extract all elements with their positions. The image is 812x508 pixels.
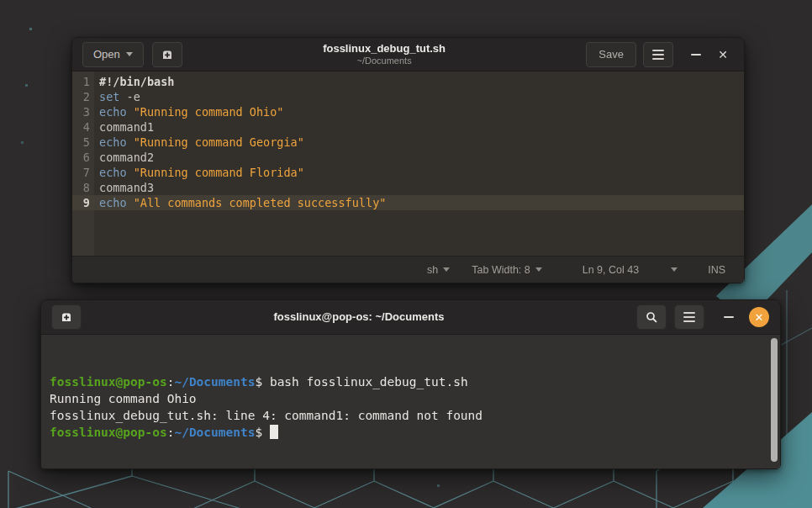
tab-new-icon	[60, 310, 73, 324]
scrollbar-thumb[interactable]	[771, 338, 778, 462]
code-line[interactable]: command3	[99, 180, 744, 195]
save-button[interactable]: Save	[586, 42, 636, 67]
close-circle: ✕	[749, 307, 769, 327]
code-line[interactable]: echo "All commands completed successfull…	[94, 195, 744, 210]
line-number: 8	[72, 180, 90, 195]
minimize-icon	[691, 54, 701, 56]
cursor-position-label: Ln 9, Col 43	[579, 264, 642, 276]
line-number: 2	[72, 89, 90, 104]
code-line[interactable]: command2	[99, 150, 744, 165]
terminal-headerbar: fosslinux@pop-os: ~/Documents ✕	[41, 300, 780, 335]
line-number: 6	[72, 150, 90, 165]
chevron-down-icon	[671, 267, 678, 272]
terminal-title: fosslinux@pop-os: ~/Documents	[82, 310, 636, 324]
search-icon	[645, 310, 658, 324]
terminal-lines: fosslinux@pop-os:~/Documents$ bash fossl…	[50, 373, 768, 441]
new-document-button[interactable]	[152, 42, 182, 67]
terminal-line: fosslinux_debug_tut.sh: line 4: command1…	[50, 407, 768, 424]
terminal-line: fosslinux@pop-os:~/Documents$ bash fossl…	[50, 373, 768, 390]
line-number: 4	[72, 119, 90, 135]
editor-title-area: fosslinux_debug_tut.sh ~/Documents	[182, 42, 587, 66]
terminal-cursor	[270, 425, 278, 439]
hamburger-menu-icon	[652, 50, 664, 60]
chevron-down-icon	[535, 267, 542, 272]
search-button[interactable]	[636, 304, 667, 330]
goto-line-dropdown[interactable]	[667, 267, 681, 272]
editor-window: Open fosslinux_debug_tut.sh ~/Documents …	[71, 37, 745, 283]
code-line[interactable]: set -e	[99, 89, 744, 104]
tab-width-button[interactable]: Tab Width: 8	[468, 264, 545, 276]
minimize-icon	[724, 316, 734, 318]
language-mode-button[interactable]: sh	[424, 264, 453, 276]
editor-menu-button[interactable]	[643, 42, 673, 67]
open-button-label: Open	[93, 48, 120, 61]
insert-mode-indicator: INS	[704, 264, 729, 276]
terminal-menu-button[interactable]	[674, 304, 704, 330]
line-number: 9	[72, 195, 94, 210]
close-icon: ✕	[755, 312, 764, 323]
language-mode-label: sh	[427, 264, 438, 276]
terminal-close-button[interactable]: ✕	[748, 306, 770, 328]
terminal-window: fosslinux@pop-os: ~/Documents ✕ fo	[40, 299, 781, 469]
code-line[interactable]: command1	[99, 119, 744, 135]
terminal-output-area[interactable]: fosslinux@pop-os:~/Documents$ bash fossl…	[41, 335, 780, 468]
line-number-gutter: 123456789	[72, 71, 94, 256]
editor-subtitle: ~/Documents	[182, 56, 587, 66]
code-line[interactable]: echo "Running command Georgia"	[99, 135, 744, 150]
desktop: { "background": { "base_color": "#2d2b2b…	[0, 0, 812, 508]
terminal-scrollbar[interactable]	[771, 338, 778, 462]
tab-width-label: Tab Width: 8	[472, 264, 530, 276]
editor-minimize-button[interactable]	[685, 44, 707, 66]
code-line[interactable]: #!/bin/bash	[99, 74, 744, 89]
editor-title: fosslinux_debug_tut.sh	[182, 42, 587, 56]
editor-close-button[interactable]: ✕	[712, 44, 734, 66]
line-number: 7	[72, 165, 90, 180]
chevron-down-icon	[443, 267, 450, 272]
editor-statusbar: sh Tab Width: 8 Ln 9, Col 43 INS	[72, 256, 744, 283]
editor-headerbar: Open fosslinux_debug_tut.sh ~/Documents …	[72, 38, 744, 71]
line-number: 3	[72, 104, 90, 119]
line-number: 5	[72, 135, 90, 150]
open-button[interactable]: Open	[82, 42, 144, 67]
hamburger-menu-icon	[683, 312, 695, 322]
terminal-minimize-button[interactable]	[718, 306, 740, 328]
chevron-down-icon	[126, 52, 133, 56]
document-new-icon	[161, 48, 174, 61]
code-lines[interactable]: #!/bin/bashset -eecho "Running command O…	[94, 71, 744, 256]
code-line[interactable]: echo "Running command Florida"	[99, 165, 744, 180]
new-tab-button[interactable]	[51, 304, 82, 330]
line-number: 1	[72, 74, 90, 89]
editor-text-area[interactable]: 123456789 #!/bin/bashset -eecho "Running…	[72, 71, 744, 256]
save-button-label: Save	[598, 48, 624, 61]
terminal-title-area: fosslinux@pop-os: ~/Documents	[82, 310, 636, 324]
terminal-line: Running command Ohio	[50, 390, 768, 407]
close-icon: ✕	[718, 49, 728, 61]
code-line[interactable]: echo "Running command Ohio"	[99, 104, 744, 119]
terminal-line: fosslinux@pop-os:~/Documents$	[50, 424, 768, 441]
